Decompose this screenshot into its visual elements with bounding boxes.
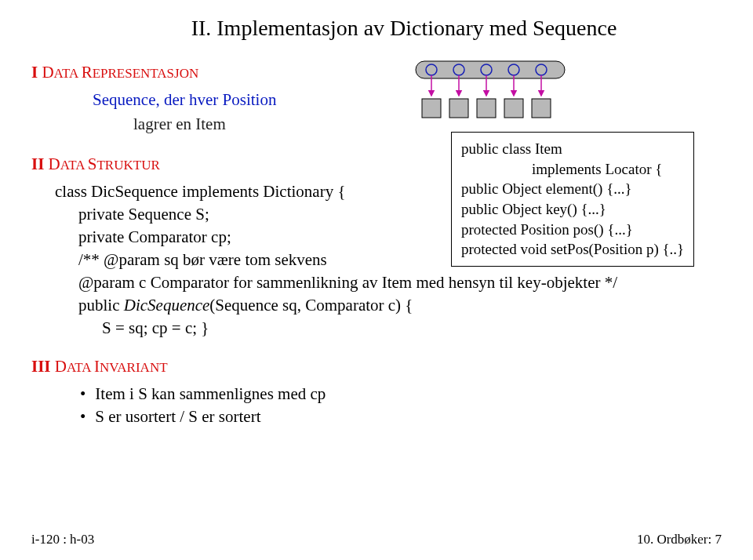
footer-left: i-120 : h-03	[31, 532, 94, 547]
page-title: II. Implementasjon av Dictionary med Seq…	[86, 16, 722, 41]
svg-rect-12	[449, 99, 468, 118]
section-1-word2-prefix: R	[82, 63, 93, 82]
svg-rect-13	[477, 99, 496, 118]
section-2-label-rest: ATA	[60, 158, 88, 173]
box-line-6: protected void setPos(Position p) {..}	[461, 239, 684, 260]
section-1-word2-rest: EPRESENTASJON	[93, 66, 199, 81]
bullet-1: Item i S kan sammenlignes med cp	[80, 384, 722, 404]
svg-rect-15	[532, 99, 551, 118]
section-2-word2-rest: TRUKTUR	[96, 158, 159, 173]
svg-rect-11	[422, 99, 441, 118]
section-1-label-prefix: D	[38, 63, 53, 82]
section-3-bullets: Item i S kan sammenlignes med cp S er us…	[80, 384, 722, 427]
code-line-5: @param c Comparator for sammenlikning av…	[78, 273, 722, 293]
page-footer: i-120 : h-03 10. Ordbøker: 7	[31, 532, 722, 547]
box-line-1: public class Item	[461, 139, 684, 159]
code-line-6: public DicSequence(Sequence sq, Comparat…	[78, 296, 722, 315]
item-class-box: public class Item implements Locator { p…	[451, 132, 694, 267]
section-2-label-prefix: D	[44, 155, 60, 173]
section-3-label-rest: ATA	[67, 360, 94, 375]
svg-rect-14	[504, 99, 523, 118]
box-line-4: public Object key() {...}	[461, 199, 684, 220]
code-line-6c: (Sequence sq, Comparator c) {	[209, 296, 413, 315]
section-1-num: I	[31, 63, 38, 82]
box-line-2: implements Locator {	[532, 159, 684, 180]
footer-right: 10. Ordbøker: 7	[637, 532, 722, 547]
section-3-num: III	[31, 357, 51, 376]
svg-rect-0	[416, 61, 565, 78]
section-1-heading: I DATA REPRESENTASJON	[31, 63, 722, 82]
section-3-word2-rest: NVARIANT	[100, 360, 168, 375]
section-3-word2-prefix: I	[94, 357, 100, 376]
code-line-6b: DicSequence	[124, 296, 210, 315]
box-line-5: protected Position pos() {...}	[461, 220, 684, 240]
bullet-2: S er usortert / S er sortert	[80, 407, 722, 427]
section-2-num: II	[31, 155, 44, 173]
section-1-line1: Sequence, der hver Position	[93, 90, 722, 110]
code-line-7: S = sq; cp = c; }	[102, 318, 722, 338]
sequence-diagram	[408, 56, 596, 127]
code-line-6a: public	[78, 296, 124, 315]
section-2-word2-prefix: S	[88, 155, 97, 173]
section-3-label-prefix: D	[51, 357, 67, 376]
section-3-heading: III DATA INVARIANT	[31, 357, 722, 376]
section-1-label-rest: ATA	[54, 66, 82, 81]
box-line-3: public Object element() {...}	[461, 179, 684, 199]
